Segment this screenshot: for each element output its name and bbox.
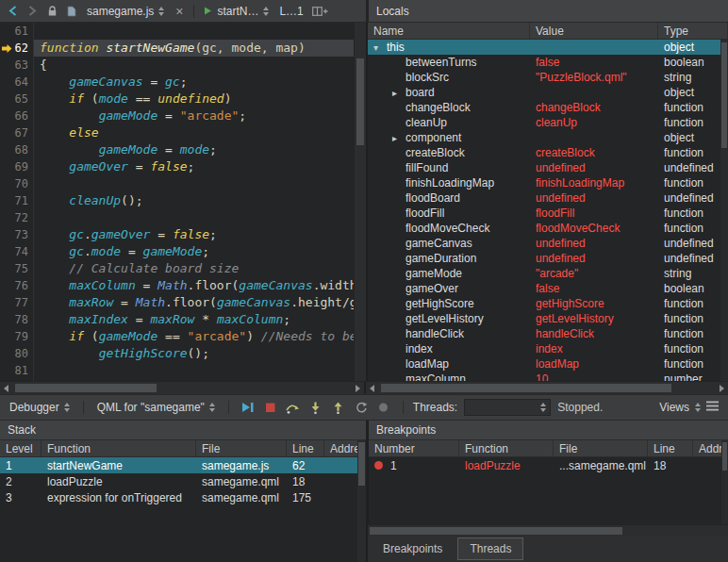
gutter-line[interactable]: 69 bbox=[0, 158, 33, 175]
code-line[interactable]: function startNewGame(gc, mode, map) bbox=[34, 40, 354, 57]
code-line[interactable]: gc.mode = gameMode; bbox=[34, 243, 354, 260]
stack-frame-row[interactable]: 3expression for onTriggeredsamegame.qml1… bbox=[0, 489, 366, 505]
tab-breakpoints[interactable]: Breakpoints bbox=[372, 538, 454, 559]
breakpoints-vscrollbar-handle[interactable] bbox=[722, 442, 727, 471]
code-line[interactable]: gc.gameOver = false; bbox=[34, 226, 354, 243]
step-into-button[interactable] bbox=[306, 399, 325, 416]
gutter-line[interactable]: 79 bbox=[0, 328, 33, 345]
code-line[interactable]: if (gameMode == "arcade") //Needs to be … bbox=[34, 328, 354, 345]
locals-row[interactable]: gameDurationundefinedundefined bbox=[368, 251, 728, 266]
views-menu[interactable]: Views bbox=[659, 401, 722, 414]
gutter-line[interactable]: 65 bbox=[0, 91, 33, 107]
gutter-line[interactable]: 77 bbox=[0, 294, 33, 311]
stack-col-file[interactable]: File bbox=[196, 440, 287, 456]
gutter-line[interactable]: 61 bbox=[0, 23, 33, 40]
locals-row[interactable]: gameMode"arcade"string bbox=[368, 266, 728, 281]
locals-row[interactable]: getLevelHistorygetLevelHistoryfunction bbox=[368, 311, 728, 326]
expand-icon[interactable]: ▸ bbox=[392, 133, 405, 143]
gutter-line[interactable]: 74 bbox=[0, 243, 33, 260]
step-over-button[interactable] bbox=[284, 399, 303, 416]
locals-row[interactable]: floodFillfloodFillfunction bbox=[368, 206, 728, 221]
stack-col-level[interactable]: Level bbox=[0, 440, 41, 456]
stop-button[interactable] bbox=[261, 399, 280, 416]
record-button[interactable] bbox=[374, 399, 393, 416]
locals-row[interactable]: cleanUpcleanUpfunction bbox=[368, 115, 728, 130]
locals-col-name[interactable]: Name bbox=[368, 23, 530, 39]
locals-vscrollbar[interactable] bbox=[720, 39, 728, 381]
locals-row[interactable]: loadMaploadMapfunction bbox=[368, 356, 728, 372]
stack-vscrollbar-handle[interactable] bbox=[358, 442, 365, 486]
restart-button[interactable] bbox=[352, 399, 371, 416]
code-line[interactable]: maxIndex = maxRow * maxColumn; bbox=[34, 311, 354, 328]
editor-vscrollbar-handle[interactable] bbox=[356, 58, 364, 145]
breakpoints-vscrollbar[interactable] bbox=[721, 439, 728, 524]
locals-row[interactable]: createBlockcreateBlockfunction bbox=[368, 145, 728, 160]
code-editor[interactable]: 6162636465666768697071727374757677787980… bbox=[0, 23, 366, 381]
engine-combo[interactable]: QML for "samegame" bbox=[93, 398, 219, 417]
locals-row[interactable]: fillFoundundefinedundefined bbox=[368, 160, 728, 175]
code-line[interactable] bbox=[34, 175, 354, 192]
code-line[interactable]: cleanUp(); bbox=[34, 192, 354, 209]
locals-hscrollbar-handle[interactable] bbox=[381, 384, 671, 392]
stack-frame-row[interactable]: 2loadPuzzlesamegame.qml18 bbox=[0, 473, 366, 489]
code-line[interactable]: gameMode = mode; bbox=[34, 141, 354, 158]
split-editor-button[interactable] bbox=[310, 3, 331, 20]
locals-row[interactable]: blockSrc"PuzzleBlock.qml"string bbox=[368, 70, 728, 85]
code-line[interactable]: { bbox=[34, 57, 354, 74]
editor-vscrollbar[interactable] bbox=[354, 23, 366, 381]
code-line[interactable]: getHighScore(); bbox=[34, 345, 354, 362]
debugger-combo[interactable]: Debugger bbox=[6, 398, 74, 417]
locals-row[interactable]: floodBoardundefinedundefined bbox=[368, 190, 728, 206]
gutter-line[interactable]: 81 bbox=[0, 362, 33, 379]
code-line[interactable]: if (mode == undefined) bbox=[34, 91, 354, 107]
locals-col-type[interactable]: Type bbox=[658, 23, 728, 39]
gutter-line[interactable]: 68 bbox=[0, 141, 33, 158]
gutter-line[interactable]: 71 bbox=[0, 192, 33, 209]
symbol-combo[interactable]: startN… bbox=[200, 2, 273, 21]
gutter-line[interactable]: 73 bbox=[0, 226, 33, 243]
gutter-line[interactable]: 62 bbox=[0, 40, 33, 57]
code-line[interactable]: gameCanvas = gc; bbox=[34, 74, 354, 91]
back-button[interactable] bbox=[4, 3, 21, 20]
locals-row[interactable]: gameCanvasundefinedundefined bbox=[368, 236, 728, 251]
continue-button[interactable] bbox=[239, 399, 257, 416]
stack-col-line[interactable]: Line bbox=[287, 440, 324, 456]
code-line[interactable]: else bbox=[34, 124, 354, 141]
code-line[interactable] bbox=[34, 209, 354, 226]
locals-vscrollbar-handle[interactable] bbox=[721, 42, 727, 148]
breakpoint-row[interactable]: 1loadPuzzle...samegame.qml18 bbox=[369, 457, 728, 473]
locals-col-value[interactable]: Value bbox=[530, 23, 658, 39]
breakpoints-col-function[interactable]: Function bbox=[459, 440, 554, 456]
code-line[interactable]: maxColumn = Math.floor(gameCanvas.width/… bbox=[34, 277, 354, 294]
locals-row[interactable]: handleClickhandleClickfunction bbox=[368, 326, 728, 341]
gutter-line[interactable]: 66 bbox=[0, 107, 33, 124]
scroll-left-icon[interactable] bbox=[370, 385, 374, 392]
tab-threads[interactable]: Threads bbox=[457, 537, 523, 560]
gutter-line[interactable]: 78 bbox=[0, 311, 33, 328]
stack-frame-row[interactable]: 1startNewGamesamegame.js62 bbox=[0, 457, 366, 473]
expand-icon[interactable]: ▸ bbox=[392, 88, 405, 98]
breakpoints-hscrollbar-handle[interactable] bbox=[370, 527, 622, 535]
gutter-line[interactable]: 63 bbox=[0, 57, 33, 74]
code-line[interactable]: // Calculate board size bbox=[34, 260, 354, 277]
line-indicator[interactable]: L…1 bbox=[275, 2, 306, 21]
editor-hscrollbar-handle[interactable] bbox=[15, 384, 157, 392]
locals-row[interactable]: finishLoadingMapfinishLoadingMapfunction bbox=[368, 175, 728, 190]
locals-row[interactable]: betweenTurnsfalseboolean bbox=[368, 55, 728, 70]
scroll-right-icon[interactable] bbox=[356, 385, 360, 392]
locals-row[interactable]: ▾thisobject bbox=[368, 40, 728, 55]
breakpoints-col-line[interactable]: Line bbox=[648, 440, 693, 456]
breakpoints-col-file[interactable]: File bbox=[554, 440, 648, 456]
collapse-icon[interactable]: ▾ bbox=[373, 42, 387, 53]
step-out-button[interactable] bbox=[329, 399, 348, 416]
locals-row[interactable]: maxColumn10number bbox=[368, 372, 728, 381]
locals-hscrollbar[interactable] bbox=[366, 381, 728, 394]
stack-vscrollbar[interactable] bbox=[357, 439, 366, 562]
gutter-line[interactable]: 80 bbox=[0, 345, 33, 362]
scroll-right-icon[interactable] bbox=[720, 385, 724, 392]
code-line[interactable] bbox=[34, 362, 354, 379]
breakpoints-col-number[interactable]: Number bbox=[369, 440, 459, 456]
locals-row[interactable]: changeBlockchangeBlockfunction bbox=[368, 100, 728, 115]
locals-row[interactable]: getHighScoregetHighScorefunction bbox=[368, 296, 728, 311]
code-line[interactable]: maxRow = Math.floor(gameCanvas.height/ga… bbox=[34, 294, 354, 311]
